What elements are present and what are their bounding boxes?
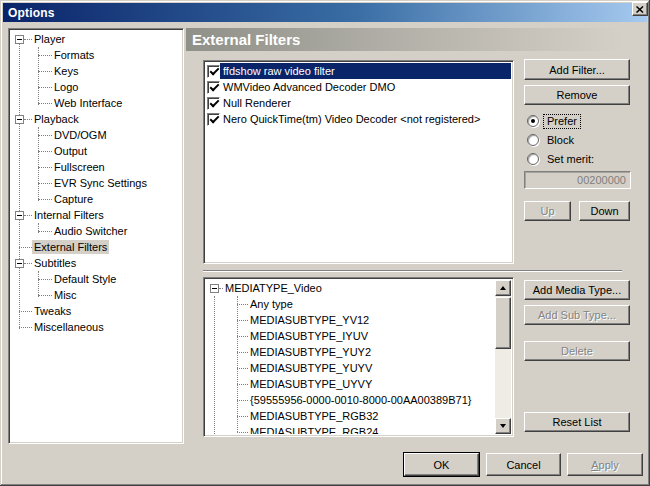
media-type-row[interactable]: MEDIASUBTYPE_RGB32 [206,408,495,424]
ok-button[interactable]: OK [404,453,479,476]
radio-selected-icon [527,115,539,127]
media-type-tree: MEDIATYPE_Video Any type MEDIASUBTYPE_YV… [206,280,495,434]
apply-button: Apply [567,453,643,476]
move-up-button: Up [524,201,571,221]
options-dialog: Options External Filters Player Formats … [0,0,650,486]
section-divider [203,270,622,272]
media-type-row[interactable]: MEDIASUBTYPE_IYUV [206,328,495,344]
sidebar-item-keys[interactable]: Keys [11,63,181,79]
radio-prefer[interactable]: Prefer [527,114,580,128]
radio-icon [527,153,539,165]
collapse-icon[interactable] [210,284,219,293]
media-type-row[interactable]: MEDIASUBTYPE_YUYV [206,360,495,376]
sidebar-item-external-filters[interactable]: External Filters [11,239,181,255]
sidebar-item-output[interactable]: Output [11,143,181,159]
collapse-icon[interactable] [15,35,24,44]
add-filter-button[interactable]: Add Filter... [524,59,630,80]
merit-value-field: 00200000 [524,171,631,189]
filter-list-panel: ffdshow raw video filter WMVideo Advance… [203,60,514,264]
checkbox-checked-icon[interactable] [207,113,220,126]
sidebar-item-fullscreen[interactable]: Fullscreen [11,159,181,175]
filter-row[interactable]: WMVideo Advanced Decoder DMO [206,79,511,95]
media-type-row[interactable]: MEDIASUBTYPE_YUY2 [206,344,495,360]
page-header: External Filters [186,28,646,51]
checkbox-checked-icon[interactable] [207,65,220,78]
radio-set-merit[interactable]: Set merit: [527,152,597,166]
settings-tree-panel: Player Formats Keys Logo Web Interface P… [8,28,184,444]
media-type-row[interactable]: MEDIASUBTYPE_UYVY [206,376,495,392]
scroll-down-icon [500,424,506,428]
sidebar-item-internal-filters[interactable]: Internal Filters [11,207,181,223]
add-sub-type-button: Add Sub Type... [524,305,630,325]
settings-tree: Player Formats Keys Logo Web Interface P… [11,31,181,441]
media-type-row[interactable]: MEDIASUBTYPE_YV12 [206,312,495,328]
sidebar-item-playback[interactable]: Playback [11,111,181,127]
radio-icon [527,134,539,146]
collapse-icon[interactable] [15,115,24,124]
media-type-row[interactable]: {59555956-0000-0010-8000-00AA00389B71} [206,392,495,408]
collapse-icon[interactable] [15,259,24,268]
page-title: External Filters [192,31,300,48]
scroll-up-button[interactable] [495,280,511,296]
window-title: Options [8,6,55,20]
checkbox-checked-icon[interactable] [207,81,220,94]
filter-row[interactable]: Nero QuickTime(tm) Video Decoder <not re… [206,111,511,127]
media-type-panel: MEDIATYPE_Video Any type MEDIASUBTYPE_YV… [203,277,514,437]
sidebar-item-audio-switcher[interactable]: Audio Switcher [11,223,181,239]
checkbox-checked-icon[interactable] [207,97,220,110]
media-type-row[interactable]: Any type [206,296,495,312]
sidebar-item-formats[interactable]: Formats [11,47,181,63]
delete-button: Delete [524,341,630,361]
sidebar-item-capture[interactable]: Capture [11,191,181,207]
sidebar-item-player[interactable]: Player [11,31,181,47]
cancel-button[interactable]: Cancel [486,453,561,476]
scroll-up-icon [500,286,506,290]
filter-row[interactable]: ffdshow raw video filter [206,63,511,79]
vertical-scrollbar[interactable] [495,280,511,434]
remove-button[interactable]: Remove [524,85,630,105]
collapse-icon[interactable] [15,211,24,220]
media-type-row[interactable]: MEDIATYPE_Video [206,280,495,296]
move-down-button[interactable]: Down [579,201,630,221]
close-icon [636,6,644,13]
titlebar[interactable]: Options [3,3,647,22]
media-type-row[interactable]: MEDIASUBTYPE_RGB24 [206,424,495,434]
sidebar-item-tweaks[interactable]: Tweaks [11,303,181,319]
sidebar-item-dvd-ogm[interactable]: DVD/OGM [11,127,181,143]
radio-block[interactable]: Block [527,133,577,147]
sidebar-item-miscellaneous[interactable]: Miscellaneous [11,319,181,335]
sidebar-item-misc[interactable]: Misc [11,287,181,303]
scrollbar-thumb[interactable] [495,297,511,349]
filter-row[interactable]: Null Renderer [206,95,511,111]
scroll-down-button[interactable] [495,418,511,434]
filter-list: ffdshow raw video filter WMVideo Advance… [206,63,511,261]
close-button[interactable] [632,2,648,16]
sidebar-item-subtitles[interactable]: Subtitles [11,255,181,271]
reset-list-button[interactable]: Reset List [524,412,630,432]
sidebar-item-logo[interactable]: Logo [11,79,181,95]
sidebar-item-web-interface[interactable]: Web Interface [11,95,181,111]
add-media-type-button[interactable]: Add Media Type... [524,280,630,300]
sidebar-item-evr-sync-settings[interactable]: EVR Sync Settings [11,175,181,191]
sidebar-item-default-style[interactable]: Default Style [11,271,181,287]
